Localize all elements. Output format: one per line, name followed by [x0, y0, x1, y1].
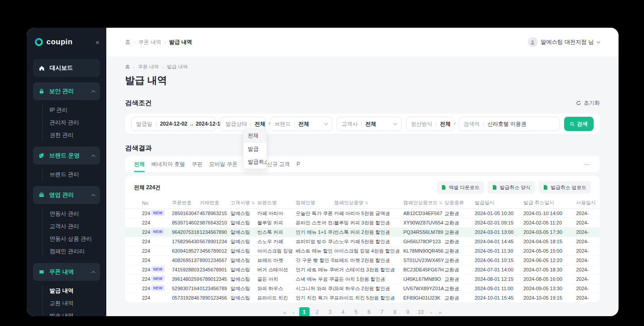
keyword-input[interactable]: 검색어 | 신라호텔 이용권: [459, 117, 560, 131]
cell-txn-no: 3456789012: [200, 248, 230, 254]
sidebar-item-partner[interactable]: 연동사 관리: [50, 207, 100, 220]
sidebar-group-security[interactable]: 보안 관리: [33, 82, 100, 100]
column-header[interactable]: 상품종류⇅: [444, 199, 475, 206]
page-number[interactable]: 1: [299, 307, 309, 316]
sidebar-item-permission[interactable]: 권한 관리: [50, 129, 100, 141]
brand-value: 전체: [298, 120, 309, 128]
reset-button[interactable]: 초기화: [576, 99, 600, 107]
column-header[interactable]: 발급일시⇅: [475, 199, 523, 206]
results-tabs: 전체 베네치아 호텔 쿠핀 모바일 쿠폰 이용권 신규 고객 P ⋯: [125, 156, 600, 172]
sidebar-collapse-icon[interactable]: «: [96, 38, 98, 46]
page-number[interactable]: 5: [351, 307, 361, 316]
cell-code: EF89GH01IJ23K: [403, 295, 444, 301]
page-number[interactable]: 7: [377, 307, 387, 316]
results-tab[interactable]: 전체: [134, 156, 145, 172]
sidebar-group-coupon-history[interactable]: 쿠폰 내역: [33, 263, 100, 281]
page-content: 홈 › 쿠폰 내역 › 발급 내역 발급 내역 검색조건 초기화: [106, 56, 619, 316]
first-page-button[interactable]: «: [281, 309, 288, 316]
page-number[interactable]: 2: [312, 307, 322, 316]
column-header[interactable]: 캠페인상품코드⇅: [403, 199, 444, 206]
column-header[interactable]: 캠페인상품명⇅: [334, 199, 403, 206]
user-menu[interactable]: 알에스팀 대전지점 님: [528, 37, 600, 47]
table-row[interactable]: 224 NEW 9642075318 1234567890 알예스팀 빈스톡 커…: [125, 228, 600, 237]
sidebar-item-customer[interactable]: 고객사 관리: [50, 220, 100, 233]
brand-select[interactable]: 브랜드 | 전체: [270, 117, 332, 131]
table-action-button[interactable]: 발급취소 양식: [488, 181, 535, 194]
dropdown-option[interactable]: 전체: [243, 129, 267, 143]
sidebar-group-sales[interactable]: 영업 관리: [33, 186, 100, 204]
table-row[interactable]: 224 NEW 6309418527 3456789012 알예스팀 아이스크림…: [125, 246, 600, 256]
column-header[interactable]: No⇅: [142, 200, 172, 206]
prev-page-button[interactable]: ‹: [291, 309, 296, 316]
results-tab[interactable]: 신규 고객: [267, 156, 290, 172]
page-number[interactable]: 6: [364, 307, 374, 316]
page-number[interactable]: 9: [403, 307, 413, 316]
dropdown-option[interactable]: 발급: [243, 143, 267, 156]
sort-icon[interactable]: ⇅: [439, 201, 443, 205]
sidebar-item-admin[interactable]: 관리자 관리: [50, 116, 100, 129]
cell-issued-at: 2024-10-01 15:45: [475, 295, 523, 301]
table-action-button[interactable]: 엑셀 다운로드: [437, 181, 484, 194]
sidebar-item-partner-product[interactable]: 연동사 상품 관리: [50, 233, 100, 245]
results-tab[interactable]: 베네치아 호텔: [151, 156, 185, 172]
column-label: 발급일시: [475, 200, 494, 205]
page-number[interactable]: 3: [325, 307, 335, 316]
table-row[interactable]: 224 NEW 0573192846 7890123456 알예스팀 프라이드 …: [125, 293, 600, 303]
dropdown-option[interactable]: 발급취소: [243, 156, 267, 169]
breadcrumb-mid[interactable]: 쿠폰 내역: [138, 64, 159, 70]
table-row[interactable]: 224 NEW 5298307164 0123456789 알예스팀 와퍼 하우…: [125, 284, 600, 293]
sort-icon[interactable]: ⇅: [251, 201, 255, 205]
sidebar-item-ip[interactable]: IP 관리: [50, 104, 100, 116]
chevron-up-icon: [92, 194, 95, 197]
column-header[interactable]: 사용일시⇅: [576, 199, 600, 206]
sort-icon[interactable]: ⇅: [365, 201, 368, 205]
cell-canceled-at: 2024-09-05 13:30: [523, 286, 576, 291]
sidebar-item-issue-history[interactable]: 발급 내역: [50, 284, 100, 297]
column-header[interactable]: 거래번호⇅: [200, 199, 230, 206]
breadcrumb-mid[interactable]: 쿠폰 내역: [138, 38, 161, 46]
cell-customer: 알예스팀: [230, 248, 257, 254]
table-row[interactable]: 224 NEW 2859163047 4578963215 알예스팀 카페 아리…: [125, 209, 600, 218]
table-row[interactable]: 224 NEW 4082695137 8901234567 알예스팀 브레드 마…: [125, 256, 600, 265]
sidebar-item-send-history[interactable]: 발송 내역: [50, 309, 100, 316]
sidebar-item-dashboard[interactable]: 대시보드: [33, 59, 100, 77]
sidebar-item-campaign[interactable]: 캠페인 관리리: [50, 245, 100, 258]
table-row[interactable]: 224 NEW 8539714602 9876543210 알예스팀 블루밍 커…: [125, 218, 600, 228]
page-number[interactable]: 4: [338, 307, 348, 316]
customer-select[interactable]: 고객사 | 전체: [337, 117, 401, 131]
cell-coupon-no: 9642075318: [172, 229, 200, 235]
sidebar-item-exchange-history[interactable]: 교환 내역: [50, 297, 100, 309]
cell-campaign: 베스트 메뉴 할인 쿠폰: [296, 248, 334, 254]
table-row[interactable]: 224 NEW 3961480259 6789012345 알예스팀 골든 아치…: [125, 275, 600, 284]
column-header[interactable]: 쿠폰번호⇅: [172, 199, 200, 206]
column-header[interactable]: 발급 취소일시⇅: [523, 199, 576, 206]
avatar: [528, 37, 538, 47]
customer-value: 전체: [365, 120, 376, 128]
sidebar-group-brand[interactable]: 브랜드 운영: [33, 147, 100, 165]
cell-campaign: 인기 세트 메뉴 쿠폰: [296, 267, 334, 273]
next-page-button[interactable]: ›: [429, 309, 434, 316]
table-action-button[interactable]: 발급취소 업로드: [539, 181, 591, 194]
column-header[interactable]: 고객사명⇅: [230, 199, 257, 206]
results-tab[interactable]: P: [297, 156, 300, 172]
search-button[interactable]: 검색: [564, 117, 594, 131]
breadcrumb-home[interactable]: 홈: [125, 38, 130, 46]
breadcrumb-home[interactable]: 홈: [125, 64, 130, 70]
page-number[interactable]: 8: [390, 307, 400, 316]
column-header[interactable]: 브랜드명⇅: [257, 199, 296, 206]
last-page-button[interactable]: »: [437, 309, 443, 316]
settlement-select[interactable]: 정산방식 | 전체: [406, 117, 454, 131]
results-tab[interactable]: 모바일 쿠폰: [209, 156, 237, 172]
sidebar-item-brand-manage[interactable]: 브랜드 관리: [50, 168, 100, 181]
results-tab[interactable]: 쿠핀: [192, 156, 202, 172]
date-range-field[interactable]: 발급일 | 2024-12-02 → 2024-12-15: [131, 117, 216, 131]
table-row[interactable]: 224 NEW 1758296430 5678901234 알예스팀 스노우 카…: [125, 237, 600, 246]
cell-coupon-no: 5298307164: [172, 286, 200, 291]
page-number[interactable]: 10: [416, 307, 426, 316]
cell-type: 교환권: [444, 210, 475, 217]
more-tabs-icon[interactable]: ⋯: [584, 161, 591, 168]
table-row[interactable]: 224 NEW 7415928803 2345678901 알예스팀 버거 스테…: [125, 265, 600, 275]
field-label: 브랜드: [275, 120, 291, 128]
column-header[interactable]: 캠페인명⇅: [296, 199, 334, 206]
new-badge: NEW: [151, 229, 165, 235]
